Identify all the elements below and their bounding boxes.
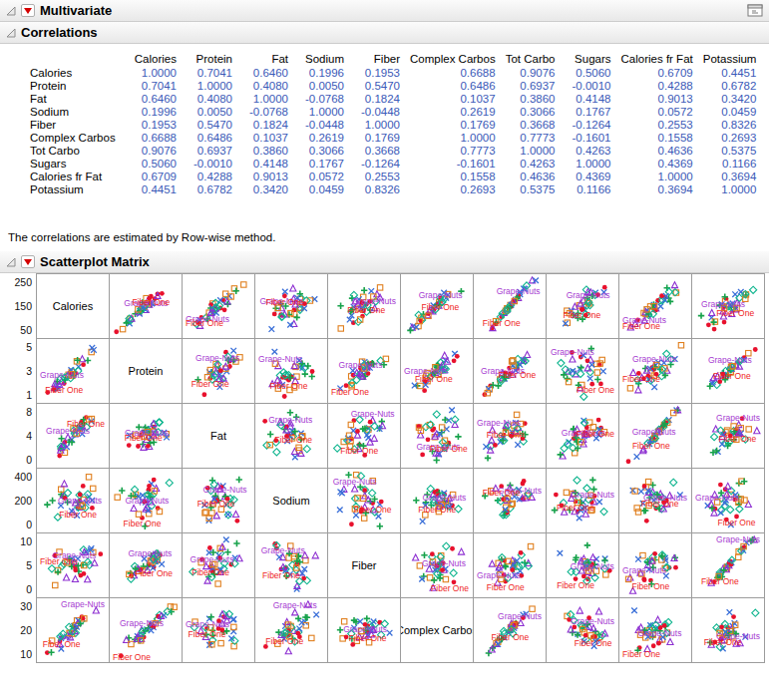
scatter-cell[interactable]: Grape-NutsFiber One: [400, 532, 474, 598]
scatter-cell[interactable]: Grape-NutsFiber One: [182, 273, 255, 339]
scatter-cell[interactable]: Grape-NutsFiber One: [254, 273, 328, 339]
scatter-plot[interactable]: Grape-NutsFiber One: [692, 533, 764, 597]
scatter-plot[interactable]: Grape-NutsFiber One: [619, 404, 691, 468]
scatter-cell[interactable]: Grape-NutsFiber One: [327, 338, 401, 404]
scatter-cell[interactable]: Grape-NutsFiber One: [109, 273, 183, 339]
disclosure-triangle-icon[interactable]: [6, 6, 16, 16]
scatter-plot[interactable]: Grape-NutsFiber One: [37, 404, 109, 468]
report-window-icon[interactable]: [747, 4, 763, 17]
scatter-plot[interactable]: Grape-NutsFiber One: [110, 598, 182, 662]
scatter-plot[interactable]: Grape-NutsFiber One: [474, 274, 546, 338]
scatter-plot[interactable]: Grape-NutsFiber One: [547, 598, 618, 662]
scatter-plot[interactable]: Grape-NutsFiber One: [255, 598, 327, 662]
scatter-cell[interactable]: Grape-NutsFiber One: [618, 597, 692, 663]
scatter-plot[interactable]: Grape-NutsFiber One: [547, 533, 618, 597]
disclosure-triangle-icon[interactable]: [6, 257, 16, 267]
scatter-cell[interactable]: Grape-NutsFiber One: [327, 403, 401, 469]
scatter-plot[interactable]: Grape-NutsFiber One: [692, 404, 764, 468]
scatter-plot[interactable]: Grape-NutsFiber One: [183, 598, 254, 662]
scatter-plot[interactable]: Grape-NutsFiber One: [619, 339, 691, 403]
scatter-plot[interactable]: Grape-NutsFiber One: [692, 469, 764, 532]
scatter-plot[interactable]: Grape-NutsFiber One: [255, 274, 327, 338]
scatter-plot[interactable]: Grape-NutsFiber One: [547, 404, 618, 468]
scatter-plot[interactable]: Grape-NutsFiber One: [110, 404, 182, 468]
scatter-plot[interactable]: Grape-NutsFiber One: [255, 339, 327, 403]
scatter-cell[interactable]: Grape-NutsFiber One: [109, 403, 183, 469]
scatter-cell[interactable]: Grape-NutsFiber One: [618, 338, 692, 404]
scatter-cell[interactable]: Grape-NutsFiber One: [618, 403, 692, 469]
scatter-cell[interactable]: Grape-NutsFiber One: [473, 468, 547, 533]
scatter-cell[interactable]: Grape-NutsFiber One: [546, 532, 619, 598]
scatter-plot[interactable]: Grape-NutsFiber One: [692, 274, 764, 338]
scatter-plot[interactable]: Grape-NutsFiber One: [37, 533, 109, 597]
scatter-cell[interactable]: Grape-NutsFiber One: [473, 273, 547, 339]
scatter-cell[interactable]: Grape-NutsFiber One: [546, 273, 619, 339]
scatter-cell[interactable]: Grape-NutsFiber One: [254, 403, 328, 469]
scatter-cell[interactable]: Grape-NutsFiber One: [36, 338, 110, 404]
scatter-plot[interactable]: Grape-NutsFiber One: [37, 469, 109, 532]
scatter-cell[interactable]: Grape-NutsFiber One: [254, 338, 328, 404]
scatter-plot[interactable]: Grape-NutsFiber One: [692, 598, 764, 662]
scatter-cell[interactable]: Grape-NutsFiber One: [109, 597, 183, 663]
scatter-plot[interactable]: Grape-NutsFiber One: [183, 533, 254, 597]
scatter-cell[interactable]: Grape-NutsFiber One: [546, 597, 619, 663]
scatter-cell[interactable]: Grape-NutsFiber One: [36, 403, 110, 469]
scatter-plot[interactable]: Grape-NutsFiber One: [183, 274, 254, 338]
scatter-plot[interactable]: Grape-NutsFiber One: [328, 404, 400, 468]
scatter-plot[interactable]: Grape-NutsFiber One: [255, 404, 327, 468]
scatter-cell[interactable]: Grape-NutsFiber One: [400, 403, 474, 469]
scatter-plot[interactable]: Grape-NutsFiber One: [401, 339, 473, 403]
scatter-plot[interactable]: Grape-NutsFiber One: [474, 469, 546, 532]
scatter-plot[interactable]: Grape-NutsFiber One: [619, 533, 691, 597]
scatter-cell[interactable]: Grape-NutsFiber One: [691, 532, 765, 598]
scatter-cell[interactable]: Grape-NutsFiber One: [254, 532, 328, 598]
scatter-plot[interactable]: Grape-NutsFiber One: [183, 339, 254, 403]
scatter-plot[interactable]: Grape-NutsFiber One: [110, 274, 182, 338]
scatter-plot[interactable]: Grape-NutsFiber One: [401, 404, 473, 468]
scatter-cell[interactable]: Grape-NutsFiber One: [109, 468, 183, 533]
scatter-cell[interactable]: Grape-NutsFiber One: [327, 273, 401, 339]
scatter-plot[interactable]: Grape-NutsFiber One: [619, 598, 691, 662]
scatter-plot[interactable]: Grape-NutsFiber One: [692, 339, 764, 403]
scatter-cell[interactable]: Grape-NutsFiber One: [182, 468, 255, 533]
scatter-cell[interactable]: Grape-NutsFiber One: [473, 597, 547, 663]
scatter-cell[interactable]: Grape-NutsFiber One: [36, 597, 110, 663]
scatter-plot[interactable]: Grape-NutsFiber One: [328, 598, 400, 662]
scatter-plot[interactable]: Grape-NutsFiber One: [474, 404, 546, 468]
scatter-cell[interactable]: Grape-NutsFiber One: [327, 597, 401, 663]
scatter-plot[interactable]: Grape-NutsFiber One: [37, 598, 109, 662]
scatter-plot[interactable]: Grape-NutsFiber One: [255, 533, 327, 597]
scatter-cell[interactable]: Grape-NutsFiber One: [546, 338, 619, 404]
scatter-plot[interactable]: Grape-NutsFiber One: [183, 469, 254, 532]
scatter-cell[interactable]: Grape-NutsFiber One: [691, 403, 765, 469]
scatter-cell[interactable]: Grape-NutsFiber One: [473, 403, 547, 469]
scatter-cell[interactable]: Grape-NutsFiber One: [400, 273, 474, 339]
scatter-cell[interactable]: Grape-NutsFiber One: [546, 468, 619, 533]
scatter-cell[interactable]: Grape-NutsFiber One: [618, 273, 692, 339]
scatter-cell[interactable]: Grape-NutsFiber One: [473, 532, 547, 598]
scatter-cell[interactable]: Grape-NutsFiber One: [400, 338, 474, 404]
scatter-cell[interactable]: Grape-NutsFiber One: [400, 468, 474, 533]
scatter-cell[interactable]: Grape-NutsFiber One: [618, 468, 692, 533]
scatter-plot[interactable]: Grape-NutsFiber One: [547, 339, 618, 403]
disclosure-triangle-icon[interactable]: [6, 28, 16, 38]
scatter-cell[interactable]: Grape-NutsFiber One: [182, 338, 255, 404]
scatter-cell[interactable]: Grape-NutsFiber One: [691, 597, 765, 663]
scatter-plot[interactable]: Grape-NutsFiber One: [619, 469, 691, 532]
scatter-plot[interactable]: Grape-NutsFiber One: [474, 533, 546, 597]
scatter-cell[interactable]: Grape-NutsFiber One: [182, 532, 255, 598]
scatter-cell[interactable]: Grape-NutsFiber One: [691, 338, 765, 404]
scatter-plot[interactable]: Grape-NutsFiber One: [328, 469, 400, 532]
scatter-plot[interactable]: Grape-NutsFiber One: [474, 598, 546, 662]
scatter-plot[interactable]: Grape-NutsFiber One: [110, 533, 182, 597]
scatter-cell[interactable]: Grape-NutsFiber One: [546, 403, 619, 469]
scatter-cell[interactable]: Grape-NutsFiber One: [254, 597, 328, 663]
scatter-cell[interactable]: Grape-NutsFiber One: [691, 468, 765, 533]
scatter-plot[interactable]: Grape-NutsFiber One: [401, 274, 473, 338]
red-triangle-menu-icon[interactable]: [21, 255, 35, 268]
scatter-cell[interactable]: Grape-NutsFiber One: [182, 597, 255, 663]
scatter-plot[interactable]: Grape-NutsFiber One: [474, 339, 546, 403]
scatter-plot[interactable]: Grape-NutsFiber One: [619, 274, 691, 338]
scatter-cell[interactable]: Grape-NutsFiber One: [109, 532, 183, 598]
scatter-cell[interactable]: Grape-NutsFiber One: [691, 273, 765, 339]
